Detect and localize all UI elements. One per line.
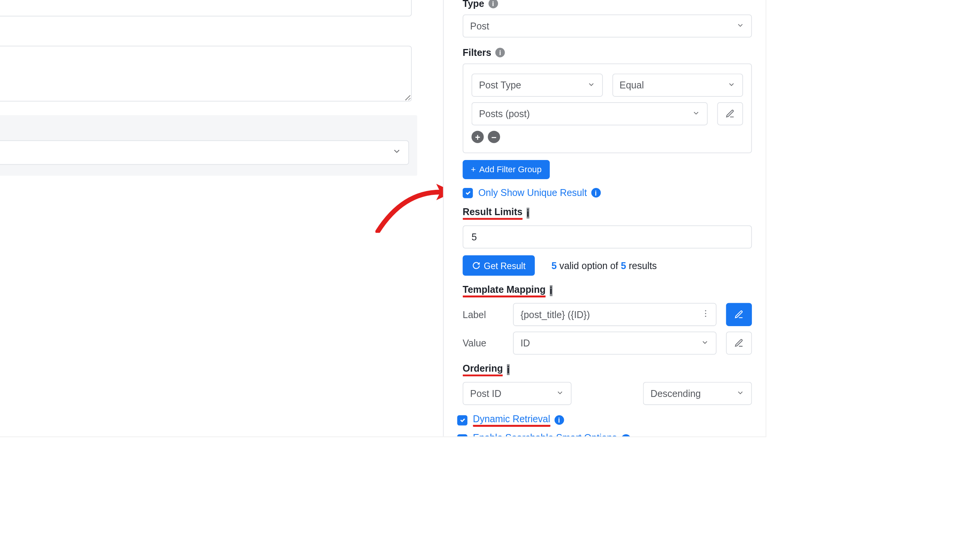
svg-point-7 — [705, 310, 706, 312]
chevron-down-icon — [727, 80, 735, 91]
info-icon[interactable]: i — [495, 48, 505, 57]
filter-value-select[interactable]: Posts (post) — [472, 102, 708, 125]
chevron-down-icon — [737, 21, 745, 32]
annotation-arrow-icon — [366, 172, 443, 233]
dynamic-retrieval-label: Dynamic Retrieval i — [473, 413, 564, 427]
dynamic-field-label: Dynamic Field — [0, 123, 409, 133]
textarea-input[interactable] — [0, 46, 412, 102]
order-dir-select[interactable]: Descending — [643, 382, 752, 405]
filter-field-select[interactable]: Post Type — [472, 74, 603, 97]
dynamic-field-block[interactable]: Dynamic Field — [0, 115, 417, 176]
filters-heading: Filters i — [463, 47, 752, 58]
chevron-down-icon — [556, 388, 564, 399]
type-heading: Type i — [463, 0, 752, 9]
chevron-down-icon — [701, 338, 709, 349]
plus-icon: + — [471, 165, 476, 175]
chevron-down-icon — [692, 108, 700, 119]
email-input[interactable] — [0, 0, 412, 17]
tm-label-input[interactable]: {post_title} ({ID}) — [513, 303, 717, 326]
enable-searchable-checkbox[interactable] — [457, 434, 468, 437]
info-icon[interactable]: i — [527, 208, 530, 218]
tm-value-value: ID — [521, 338, 530, 349]
info-icon[interactable]: i — [488, 0, 498, 8]
filters-group: Post Type Equal Posts (post) — [463, 63, 752, 153]
field-settings-panel: Yes No Field Type i Radio Checkbox Selec… — [443, 0, 766, 437]
info-icon[interactable]: i — [554, 415, 564, 425]
add-filter-group-button[interactable]: + Add Filter Group — [463, 160, 550, 180]
only-unique-checkbox[interactable] — [463, 188, 473, 198]
info-icon[interactable]: i — [621, 435, 631, 437]
result-limits-input[interactable] — [463, 225, 752, 248]
template-mapping-heading: Template Mapping i — [463, 284, 752, 298]
filter-op-select[interactable]: Equal — [612, 74, 743, 97]
only-unique-label: Only Show Unique Result i — [478, 188, 601, 198]
order-by-value: Post ID — [470, 388, 502, 399]
type-select[interactable]: Post — [463, 15, 752, 38]
info-icon[interactable]: i — [550, 285, 552, 296]
form-canvas: First Name Last Name Email Textarea Dyna… — [0, 0, 443, 437]
svg-point-8 — [705, 313, 706, 314]
kebab-icon[interactable] — [701, 309, 710, 320]
tm-label-lbl: Label — [463, 309, 504, 320]
add-filter-row-button[interactable]: + — [472, 131, 484, 143]
dynamic-retrieval-checkbox[interactable] — [457, 415, 468, 425]
chevron-down-icon — [587, 80, 595, 91]
order-by-select[interactable]: Post ID — [463, 382, 572, 405]
textarea-label: Textarea — [0, 30, 412, 40]
dynamic-field-select[interactable] — [0, 140, 409, 165]
add-filter-group-label: Add Filter Group — [479, 165, 542, 175]
filter-field-value: Post Type — [479, 80, 522, 91]
tm-label-edit-button[interactable] — [726, 303, 752, 326]
tm-value-select[interactable]: ID — [513, 332, 717, 355]
svg-point-9 — [705, 316, 706, 317]
type-select-value: Post — [470, 21, 489, 32]
info-icon[interactable]: i — [591, 188, 601, 198]
filter-edit-button[interactable] — [717, 102, 743, 125]
chevron-down-icon — [392, 147, 402, 159]
result-summary-text: 5 valid option of 5 results — [552, 260, 657, 271]
chevron-down-icon — [737, 388, 745, 399]
get-result-label: Get Result — [484, 261, 526, 271]
info-icon[interactable]: i — [507, 364, 510, 375]
tm-value-lbl: Value — [463, 338, 504, 349]
filter-value-value: Posts (post) — [479, 108, 530, 119]
remove-filter-row-button[interactable]: − — [488, 131, 500, 143]
tm-label-value: {post_title} ({ID}) — [521, 309, 590, 320]
filter-op-value: Equal — [620, 80, 644, 91]
tm-value-edit-button[interactable] — [726, 332, 752, 355]
get-result-button[interactable]: Get Result — [463, 255, 535, 276]
result-limits-heading: Result Limits i — [463, 206, 752, 220]
enable-searchable-label: Enable Searchable Smart Options i — [473, 433, 631, 437]
svg-marker-6 — [437, 184, 443, 200]
ordering-heading: Ordering i — [463, 363, 752, 377]
order-dir-value: Descending — [651, 388, 701, 399]
